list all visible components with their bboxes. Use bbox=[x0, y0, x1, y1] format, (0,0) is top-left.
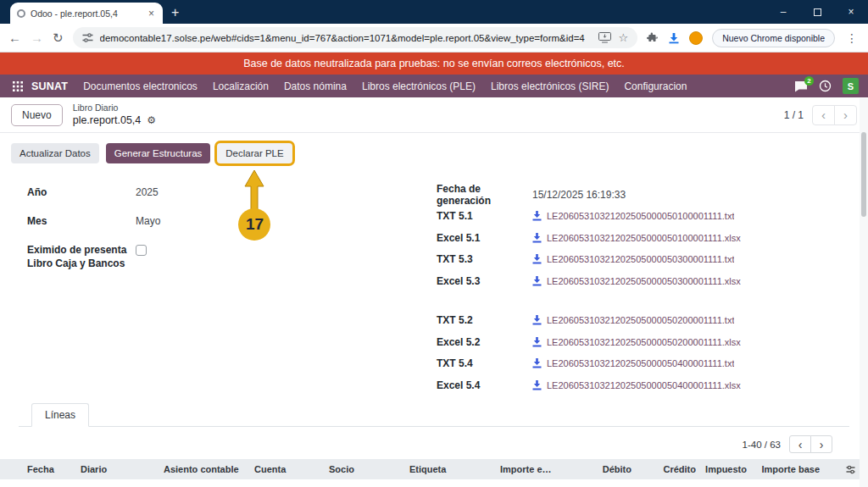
form-right-column: Fecha de generación 15/12/2025 16:19:33 … bbox=[437, 184, 843, 396]
column-diario[interactable]: Diario bbox=[81, 464, 164, 474]
tab-favicon-icon bbox=[17, 9, 25, 18]
declarar-ple-button[interactable]: Declarar PLE bbox=[217, 143, 292, 163]
field-row-eximido: Eximido de presenta Libro Caja y Bancos bbox=[27, 243, 392, 272]
generar-estructuras-button[interactable]: Generar Estructuras bbox=[106, 143, 211, 163]
column-impuesto[interactable]: Impuesto bbox=[696, 464, 747, 474]
new-tab-button[interactable]: + bbox=[171, 5, 179, 20]
mes-value[interactable]: Mayo bbox=[136, 215, 160, 227]
file-download-link[interactable]: LE20605310321202505000050100001111.txt bbox=[532, 211, 734, 221]
eximido-checkbox[interactable] bbox=[136, 245, 147, 256]
field-row-generacion: Fecha de generación 15/12/2025 16:19:33 bbox=[437, 184, 843, 206]
profile-avatar-icon[interactable] bbox=[689, 31, 703, 45]
download-icon bbox=[532, 315, 542, 325]
omnibox-actions: ☆ bbox=[598, 31, 629, 44]
download-icon bbox=[532, 233, 542, 243]
minimize-button[interactable]: – bbox=[766, 0, 800, 24]
file-download-link[interactable]: LE20605310321202505000050200001111.txt bbox=[532, 315, 734, 325]
file-label: Excel 5.1 bbox=[437, 232, 532, 244]
scrollbar-thumb[interactable] bbox=[861, 132, 866, 217]
lines-table-header: Fecha Diario Asiento contable Cuenta Soc… bbox=[0, 459, 868, 479]
apps-grid-icon bbox=[13, 81, 23, 91]
back-button[interactable]: ← bbox=[8, 30, 21, 45]
reload-button[interactable]: ↻ bbox=[53, 30, 64, 46]
file-label: TXT 5.2 bbox=[437, 314, 532, 326]
browser-toolbar: ← → ↻ democontable17.solse.pe/web#cids=1… bbox=[0, 24, 868, 53]
form-sheet: Año 2025 Mes Mayo Eximido de presenta Li… bbox=[0, 172, 868, 403]
forward-button[interactable]: → bbox=[31, 30, 43, 45]
lines-pager: 1-40 / 63 ‹ › bbox=[0, 427, 868, 453]
browser-window: Odoo - ple.report.05,4 × + – × ← → ↻ dem… bbox=[0, 0, 868, 487]
file-row: TXT 5.1 LE206053103212025050000501000011… bbox=[437, 206, 843, 228]
file-label: TXT 5.4 bbox=[437, 357, 532, 369]
file-label: Excel 5.2 bbox=[437, 336, 532, 348]
file-row: Excel 5.4 LE2060531032120250500005040000… bbox=[437, 374, 843, 396]
menu-datos-nomina[interactable]: Datos nómina bbox=[276, 80, 354, 92]
pager-next-button[interactable]: › bbox=[834, 105, 857, 125]
column-socio[interactable]: Socio bbox=[329, 464, 409, 474]
actualizar-datos-button[interactable]: Actualizar Datos bbox=[11, 143, 99, 163]
file-download-link[interactable]: LE20605310321202505000050400001111.xlsx bbox=[532, 380, 741, 390]
file-download-link[interactable]: LE20605310321202505000050200001111.xlsx bbox=[532, 337, 741, 347]
breadcrumb-parent-link[interactable]: Libro Diario bbox=[73, 102, 156, 114]
url-text[interactable]: democontable17.solse.pe/web#cids=1&menu_… bbox=[100, 33, 592, 43]
field-row-anio: Año 2025 bbox=[27, 185, 392, 200]
actions-gear-icon[interactable]: ⚙ bbox=[147, 114, 156, 128]
maximize-button[interactable] bbox=[800, 0, 834, 24]
column-credito[interactable]: Crédito bbox=[632, 464, 696, 474]
file-group-gap bbox=[437, 292, 843, 310]
downloads-icon[interactable] bbox=[668, 32, 680, 44]
menu-libros-ple[interactable]: Libros electrónicos (PLE) bbox=[354, 80, 483, 92]
activities-clock-icon[interactable] bbox=[819, 80, 832, 92]
column-importe-divisa[interactable]: Importe en div... bbox=[500, 464, 557, 474]
file-row: TXT 5.4 LE206053103212025050000504000011… bbox=[437, 353, 843, 375]
menu-configuracion[interactable]: Configuracion bbox=[616, 80, 694, 92]
column-cuenta[interactable]: Cuenta bbox=[254, 464, 329, 474]
tab-close-icon[interactable]: × bbox=[147, 8, 156, 19]
download-icon bbox=[532, 254, 542, 264]
anio-value[interactable]: 2025 bbox=[136, 186, 159, 198]
lines-next-button[interactable]: › bbox=[810, 435, 832, 453]
column-debito[interactable]: Débito bbox=[557, 464, 632, 474]
adjust-columns-icon[interactable] bbox=[845, 464, 856, 475]
chrome-update-chip[interactable]: Nuevo Chrome disponible bbox=[712, 29, 835, 47]
pager-buttons: ‹ › bbox=[812, 105, 857, 125]
column-etiqueta[interactable]: Etiqueta bbox=[409, 464, 500, 474]
file-row: Excel 5.2 LE2060531032120250500005020000… bbox=[437, 331, 843, 353]
file-download-link[interactable]: LE20605310321202505000050100001111.xlsx bbox=[532, 233, 741, 243]
column-asiento-contable[interactable]: Asiento contable bbox=[164, 464, 254, 474]
record-pager: 1 / 1 ‹ › bbox=[784, 105, 857, 125]
file-label: Excel 5.3 bbox=[437, 275, 532, 287]
pager-previous-button[interactable]: ‹ bbox=[812, 105, 835, 125]
user-avatar[interactable]: S bbox=[843, 78, 859, 94]
file-label: TXT 5.1 bbox=[437, 210, 532, 222]
eximido-label: Eximido de presenta Libro Caja y Bancos bbox=[27, 243, 136, 272]
file-download-link[interactable]: LE20605310321202505000050300001111.txt bbox=[532, 254, 734, 264]
apps-menu-button[interactable] bbox=[7, 81, 29, 91]
menu-localizacion[interactable]: Localización bbox=[205, 80, 276, 92]
extensions-puzzle-icon[interactable] bbox=[647, 32, 659, 44]
browser-menu-icon[interactable]: ⋮ bbox=[844, 31, 860, 45]
column-fecha[interactable]: Fecha bbox=[27, 464, 81, 474]
tab-lineas[interactable]: Líneas bbox=[31, 403, 89, 427]
breadcrumb: Libro Diario ple.report.05,4 ⚙ bbox=[73, 102, 156, 128]
new-record-button[interactable]: Nuevo bbox=[11, 104, 63, 126]
file-download-link[interactable]: LE20605310321202505000050300001111.xlsx bbox=[532, 276, 741, 286]
file-download-link[interactable]: LE20605310321202505000050400001111.txt bbox=[532, 358, 734, 368]
messages-button[interactable]: 2 bbox=[794, 80, 808, 92]
bookmark-star-icon[interactable]: ☆ bbox=[619, 31, 629, 44]
menu-documentos-electronicos[interactable]: Documentos electronicos bbox=[75, 80, 205, 92]
fecha-generacion-value: 15/12/2025 16:19:33 bbox=[532, 189, 626, 201]
address-bar[interactable]: democontable17.solse.pe/web#cids=1&menu_… bbox=[73, 27, 638, 48]
close-window-button[interactable]: × bbox=[834, 0, 868, 24]
lines-pager-buttons: ‹ › bbox=[789, 435, 832, 453]
notebook-tabs: Líneas bbox=[19, 403, 849, 427]
install-app-icon[interactable] bbox=[598, 32, 611, 43]
column-importe-base[interactable]: Importe base bbox=[747, 464, 820, 474]
lines-previous-button[interactable]: ‹ bbox=[789, 435, 811, 453]
app-brand[interactable]: SUNAT bbox=[31, 80, 68, 92]
page-scrollbar[interactable] bbox=[860, 98, 868, 487]
site-settings-icon[interactable] bbox=[82, 32, 93, 43]
browser-tab[interactable]: Odoo - ple.report.05,4 × bbox=[10, 3, 163, 24]
menu-libros-sire[interactable]: Libros electrónicos (SIRE) bbox=[483, 80, 616, 92]
download-icon bbox=[532, 380, 542, 390]
